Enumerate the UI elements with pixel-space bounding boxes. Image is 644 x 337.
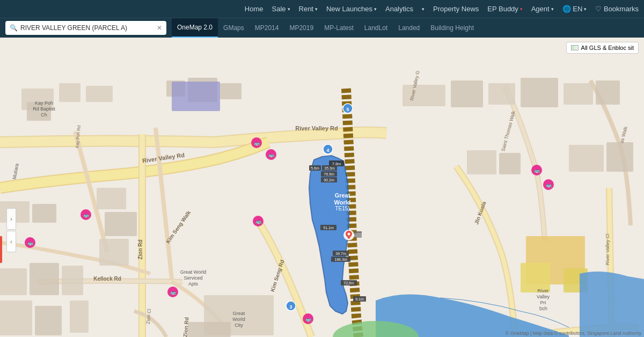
svg-text:Pri: Pri [540, 300, 546, 305]
svg-rect-4 [86, 86, 113, 102]
svg-rect-29 [70, 301, 89, 333]
svg-rect-27 [0, 301, 32, 335]
svg-text:🚌: 🚌 [255, 218, 262, 225]
map-tabs: OneMap 2.0 GMaps MP2014 MP2019 MP-Latest… [172, 18, 644, 38]
svg-text:🚌: 🚌 [83, 212, 90, 218]
svg-text:🚌: 🚌 [27, 240, 34, 246]
nav-rent[interactable]: Rent ▾ [299, 5, 318, 13]
svg-text:World: World [232, 317, 245, 322]
nav-agent[interactable]: Agent ▾ [531, 5, 554, 13]
tab-landed[interactable]: Landed [393, 18, 425, 38]
tab-mp-latest[interactable]: MP-Latest [319, 18, 359, 38]
svg-text:City: City [235, 323, 243, 328]
svg-rect-14 [596, 80, 620, 105]
svg-rect-17 [569, 145, 604, 172]
svg-text:3: 3 [289, 304, 292, 310]
svg-rect-12 [521, 78, 558, 107]
svg-text:Zion Rd: Zion Rd [137, 239, 143, 259]
svg-rect-3 [59, 83, 80, 102]
svg-rect-8 [172, 82, 220, 111]
svg-text:🚌: 🚌 [170, 289, 177, 296]
svg-text:72.8m: 72.8m [343, 281, 354, 285]
svg-text:🚌: 🚌 [268, 152, 275, 158]
svg-rect-25 [30, 263, 59, 295]
tab-building-height[interactable]: Building Height [425, 18, 479, 38]
svg-rect-15 [467, 150, 496, 174]
gls-label: All GLS & Enbloc sit [581, 45, 634, 51]
gls-legend: All GLS & Enbloc sit [566, 42, 639, 54]
nav-bookmarks[interactable]: ♡ Bookmarks [595, 5, 639, 13]
svg-rect-18 [606, 142, 633, 172]
svg-rect-32 [99, 239, 129, 266]
tab-gmaps[interactable]: GMaps [218, 18, 250, 38]
svg-text:51.1m: 51.1m [323, 226, 334, 230]
side-arrow-left[interactable]: ‹ [6, 231, 16, 252]
svg-rect-9 [402, 85, 445, 106]
svg-text:9.1m: 9.1m [355, 297, 364, 301]
svg-rect-11 [488, 83, 515, 105]
svg-text:Apts: Apts [188, 281, 199, 287]
svg-text:5: 5 [346, 107, 349, 112]
nav-analytics[interactable]: Analytics [385, 5, 413, 13]
svg-text:5.6m: 5.6m [311, 166, 319, 170]
map-attribution: © OneMap | Map data © contributors, Sing… [506, 331, 641, 336]
secondary-navigation: 🔍 ✕ OneMap 2.0 GMaps MP2014 MP2019 MP-La… [0, 18, 644, 38]
search-container: 🔍 ✕ [5, 21, 166, 35]
svg-rect-30 [97, 188, 126, 209]
svg-rect-7 [220, 83, 241, 99]
nav-ep-buddy[interactable]: EP Buddy● [487, 5, 522, 13]
svg-text:🚌: 🚌 [254, 140, 260, 146]
svg-text:Kay Poh: Kay Poh [35, 100, 53, 106]
svg-text:Sch: Sch [539, 306, 547, 311]
svg-text:🚌: 🚌 [546, 182, 552, 188]
tab-mp2014[interactable]: MP2014 [250, 18, 284, 38]
svg-rect-28 [35, 306, 62, 335]
nav-property-news[interactable]: Property News [433, 5, 479, 13]
svg-rect-16 [499, 153, 521, 174]
map-container[interactable]: 7.8m 5.6m 35.3m 76.9m 90.2m 51.1m 38.7m … [0, 38, 644, 337]
svg-text:🚌: 🚌 [534, 167, 540, 174]
svg-rect-13 [564, 83, 593, 105]
svg-text:TE15): TE15) [335, 206, 349, 211]
tab-onemap[interactable]: OneMap 2.0 [172, 18, 218, 38]
svg-text:35.3m: 35.3m [324, 166, 335, 170]
tab-mp2019[interactable]: MP2019 [284, 18, 319, 38]
svg-rect-34 [188, 322, 231, 337]
svg-text:Ch: Ch [41, 112, 47, 118]
tab-landlot[interactable]: LandLot [359, 18, 393, 38]
svg-text:River Valley Cl: River Valley Cl [605, 234, 610, 265]
svg-text:🚌: 🚌 [305, 316, 312, 323]
search-icon: 🔍 [10, 24, 18, 32]
svg-rect-63 [354, 232, 362, 238]
nav-sale[interactable]: Sale ▾ [272, 5, 290, 13]
svg-text:River: River [537, 288, 548, 294]
clear-icon[interactable]: ✕ [157, 24, 162, 32]
side-arrow-right[interactable]: › [6, 208, 16, 230]
svg-text:76.9m: 76.9m [324, 172, 334, 176]
nav-language[interactable]: 🌐 EN ▾ [562, 5, 587, 13]
search-input[interactable] [20, 24, 157, 32]
svg-rect-24 [0, 268, 27, 295]
svg-text:World: World [334, 199, 351, 206]
red-strip [0, 236, 2, 263]
svg-rect-26 [62, 266, 83, 295]
svg-text:Kellock Rd: Kellock Rd [93, 276, 121, 282]
top-navigation: Home Sale ▾ Rent ▾ New Launches ▾ Analyt… [0, 0, 644, 18]
svg-text:188.3m: 188.3m [334, 258, 347, 261]
svg-text:Rd Baptist: Rd Baptist [33, 106, 55, 112]
svg-text:90.2m: 90.2m [324, 178, 334, 182]
svg-rect-64 [354, 231, 362, 233]
svg-text:Great World: Great World [180, 269, 206, 275]
svg-rect-23 [32, 204, 56, 223]
gls-color-swatch [571, 45, 579, 50]
svg-rect-31 [105, 212, 137, 236]
svg-text:Great: Great [335, 192, 350, 199]
nav-new-launches[interactable]: New Launches ▾ [326, 5, 377, 13]
svg-text:38.7m: 38.7m [335, 252, 346, 255]
svg-rect-10 [451, 80, 483, 107]
nav-home[interactable]: Home [245, 5, 264, 13]
svg-text:Serviced: Serviced [184, 275, 202, 281]
svg-text:Great: Great [233, 311, 245, 316]
svg-point-62 [348, 233, 350, 236]
svg-text:Valley: Valley [537, 294, 550, 299]
